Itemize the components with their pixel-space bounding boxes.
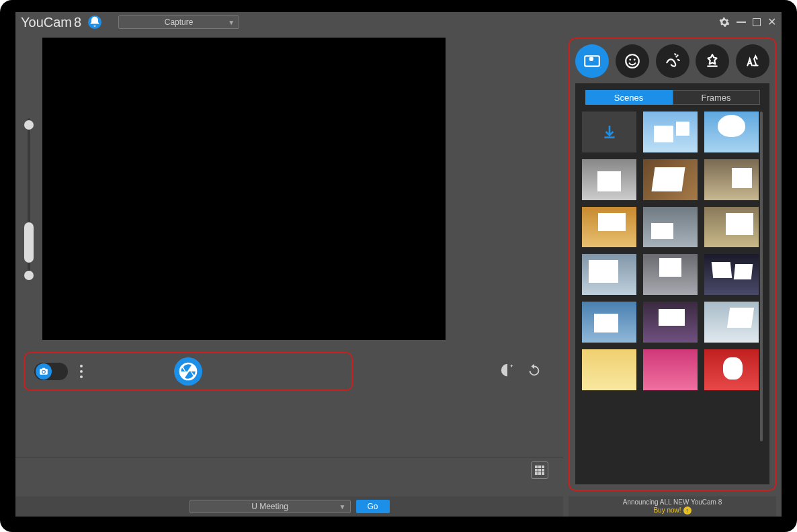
tab-frames[interactable]: Frames (673, 90, 760, 105)
svg-rect-5 (542, 469, 544, 472)
arrow-up-icon: ↑ (683, 506, 691, 515)
category-draw-button[interactable] (736, 44, 769, 78)
maximize-button[interactable] (753, 18, 761, 26)
effects-panel: Scenes Frames (569, 38, 776, 491)
scene-thumb[interactable] (704, 302, 759, 343)
scene-thumb[interactable] (704, 254, 759, 295)
app-brand: YouCam 8 (21, 15, 81, 30)
left-pane: U Meeting ▼ Go (15, 32, 563, 517)
close-button[interactable]: ✕ (767, 17, 776, 28)
announcement-bar[interactable]: Announcing ALL NEW YouCam 8 Buy now! ↑ (569, 496, 776, 517)
go-button-label: Go (367, 502, 378, 511)
scene-thumb[interactable] (643, 159, 698, 200)
svg-rect-4 (538, 469, 541, 472)
more-options-button[interactable] (80, 365, 83, 378)
scene-thumb[interactable] (704, 112, 759, 152)
library-scrollbar[interactable] (760, 112, 763, 441)
enhance-button[interactable] (500, 363, 515, 380)
photo-video-toggle[interactable] (34, 363, 68, 380)
scene-thumb[interactable] (643, 207, 698, 248)
app-body: U Meeting ▼ Go (15, 32, 782, 517)
shutter-button[interactable] (174, 357, 202, 386)
announcement-text: Announcing ALL NEW YouCam 8 (623, 498, 722, 506)
library-tabs: Scenes Frames (585, 90, 760, 105)
category-filters-button[interactable] (696, 44, 729, 78)
tab-scenes[interactable]: Scenes (585, 90, 673, 105)
notification-bell-icon[interactable] (88, 15, 101, 29)
svg-rect-1 (538, 466, 541, 468)
camera-preview (42, 38, 446, 340)
tab-frames-label: Frames (701, 93, 730, 103)
scene-thumb[interactable] (643, 302, 698, 343)
scene-thumbnails (582, 112, 763, 390)
chevron-down-icon: ▼ (339, 503, 346, 511)
reset-button[interactable] (527, 363, 542, 380)
scene-thumb[interactable] (582, 159, 636, 200)
capture-row (24, 352, 555, 391)
gallery-grid-button[interactable] (531, 461, 548, 479)
service-dropdown[interactable]: U Meeting ▼ (190, 500, 351, 513)
scene-thumb[interactable] (643, 349, 698, 390)
svg-rect-7 (538, 472, 541, 475)
footer-bar: U Meeting ▼ Go (15, 496, 563, 517)
zoom-slider-handle-bottom[interactable] (24, 271, 34, 280)
svg-rect-2 (542, 466, 544, 468)
app-window: YouCam 8 Capture ▼ ✕ (15, 12, 782, 517)
zoom-slider-handle-top[interactable] (24, 120, 34, 130)
right-pane: Scenes Frames (563, 32, 782, 517)
settings-button[interactable] (719, 17, 730, 28)
mode-dropdown-label: Capture (165, 17, 194, 27)
zoom-slider-handle[interactable] (24, 222, 34, 263)
thumbnail-tray: U Meeting ▼ Go (15, 457, 563, 517)
chevron-down-icon: ▼ (228, 19, 235, 26)
scene-thumb[interactable] (643, 112, 698, 152)
capture-bar (24, 352, 353, 391)
svg-rect-8 (542, 472, 544, 475)
scene-thumb[interactable] (704, 349, 759, 390)
category-scenes-button[interactable] (575, 44, 609, 78)
zoom-slider-column (15, 38, 42, 340)
effects-library: Scenes Frames (575, 83, 769, 484)
scene-thumb[interactable] (582, 349, 636, 390)
title-bar: YouCam 8 Capture ▼ ✕ (15, 12, 782, 32)
mode-dropdown[interactable]: Capture ▼ (118, 15, 239, 29)
svg-point-10 (626, 54, 639, 68)
brand-name: YouCam (21, 15, 72, 30)
buy-now-link[interactable]: Buy now! ↑ (653, 506, 691, 515)
minimize-button[interactable] (737, 21, 746, 23)
download-more-button[interactable] (582, 112, 636, 152)
scene-thumb[interactable] (582, 302, 636, 343)
svg-rect-0 (535, 466, 538, 468)
scene-thumb[interactable] (582, 254, 636, 295)
svg-point-11 (629, 58, 631, 60)
tab-scenes-label: Scenes (614, 93, 643, 103)
camera-icon (36, 363, 52, 380)
scene-thumb[interactable] (704, 159, 759, 200)
effect-categories (575, 44, 769, 78)
svg-rect-6 (535, 472, 538, 475)
go-button[interactable]: Go (356, 500, 390, 513)
svg-point-12 (634, 58, 636, 60)
category-particles-button[interactable] (656, 44, 689, 78)
scene-thumb[interactable] (582, 207, 636, 248)
category-emoji-button[interactable] (616, 44, 649, 78)
scene-thumb[interactable] (643, 254, 698, 295)
svg-rect-3 (535, 469, 538, 472)
brand-version: 8 (74, 15, 81, 30)
scene-thumb[interactable] (704, 207, 759, 248)
service-dropdown-label: U Meeting (251, 502, 288, 511)
